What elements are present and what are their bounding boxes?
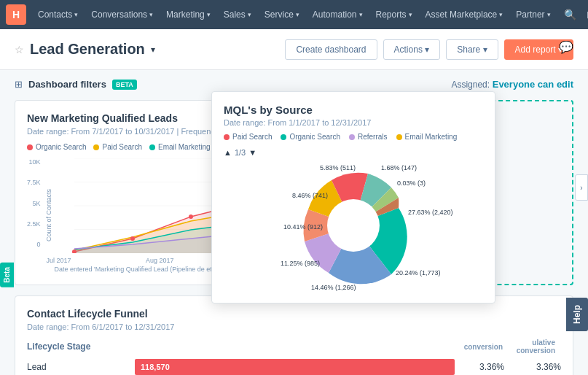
assigned-label: Assigned:	[451, 80, 490, 90]
nav-asset-marketplace-label: Asset Marketplace	[426, 9, 498, 20]
nav-marketing-label: Marketing	[166, 9, 205, 20]
nav-partner-label: Partner	[516, 9, 544, 20]
x-tick-aug: Aug 2017	[146, 257, 174, 264]
pie-label-1: 27.63% (2,420)	[408, 209, 453, 216]
dashboard-filters-bar: ⊞ Dashboard filters BETA Assigned: Every…	[15, 79, 573, 90]
nav-contacts-label: Contacts	[38, 9, 72, 20]
beta-side-tab[interactable]: Beta	[0, 263, 14, 287]
actions-button[interactable]: Actions ▾	[383, 39, 441, 60]
mql-legend-referrals-label: Referrals	[358, 133, 388, 141]
funnel-label-lead: Lead	[27, 362, 129, 372]
pie-label-4: 11.25% (985)	[281, 260, 320, 267]
pie-label-8: 1.68% (147)	[381, 164, 417, 171]
mql-legend-organic-search-label: Organic Search	[289, 133, 340, 141]
header-actions: Create dashboard Actions ▾ Share ▾ Add r…	[285, 39, 573, 60]
right-panel-arrow[interactable]: ›	[575, 174, 588, 201]
legend-organic-search-dot	[27, 144, 33, 150]
nav-partner[interactable]: Partner ▾	[510, 7, 556, 23]
mql-popup-legend: Paid Search Organic Search Referrals Ema…	[224, 133, 483, 141]
legend-organic-search-label: Organic Search	[36, 143, 86, 151]
y-axis: 10K 7.5K 5K 2.5K 0	[27, 158, 44, 264]
share-button[interactable]: Share ▾	[446, 39, 498, 60]
filter-grid-icon[interactable]: ⊞	[15, 79, 23, 90]
lifecycle-stage-header: Lifecycle Stage	[27, 341, 144, 352]
title-dropdown-icon[interactable]: ▾	[151, 45, 155, 55]
funnel-card: Contact Lifecycle Funnel Date range: Fro…	[15, 295, 573, 375]
mql-legend-referrals-dot	[349, 134, 355, 140]
pie-label-2: 20.24% (1,773)	[396, 269, 441, 277]
nav-reports-chevron: ▾	[409, 11, 412, 18]
nav-reports-label: Reports	[376, 9, 407, 20]
mql-page: 1/3	[235, 148, 246, 157]
help-button[interactable]: Help	[566, 298, 588, 331]
y-tick-0: 0	[37, 241, 41, 248]
nav-marketing[interactable]: Marketing ▾	[160, 7, 216, 23]
nav-reports[interactable]: Reports ▾	[370, 7, 418, 23]
header-title-area: ☆ Lead Generation ▾	[15, 41, 278, 58]
create-dashboard-button[interactable]: Create dashboard	[285, 39, 377, 60]
pie-label-6: 8.46% (741)	[292, 192, 328, 199]
funnel-bar-lead: 118,570	[135, 359, 455, 375]
svg-point-7	[189, 214, 193, 219]
cumulative-conversion-header: ulativeconversion	[503, 339, 561, 355]
nav-service[interactable]: Service ▾	[259, 7, 305, 23]
page-title: Lead Generation	[30, 41, 145, 58]
pie-label-9: 0.03% (3)	[397, 179, 426, 187]
nav-automation-label: Automation	[313, 9, 357, 20]
comment-icon[interactable]: 💬	[559, 40, 573, 54]
funnel-bar-lead-container: 118,570	[135, 359, 455, 375]
funnel-row-lead: Lead 118,570 3.36% 3.36%	[27, 359, 561, 375]
mql-popup-title: MQL's by Source	[224, 104, 483, 116]
filters-left: ⊞ Dashboard filters BETA	[15, 79, 137, 90]
nav-automation[interactable]: Automation ▾	[307, 7, 369, 23]
nav-service-label: Service	[264, 9, 294, 20]
mql-legend-paid-search: Paid Search	[224, 133, 272, 141]
y-tick-7k5: 7.5K	[27, 179, 41, 186]
legend-email-marketing-label: Email Marketing	[158, 143, 211, 151]
beta-badge: BETA	[112, 80, 137, 90]
nav-asset-marketplace[interactable]: Asset Marketplace ▾	[420, 7, 509, 23]
funnel-cumulative-lead: 3.36%	[510, 362, 561, 372]
nav-conversations[interactable]: Conversations ▾	[85, 7, 159, 23]
nav-partner-chevron: ▾	[547, 11, 551, 18]
mql-popup-subtitle: Date range: From 1/1/2017 to 12/31/2017	[224, 118, 483, 127]
legend-organic-search: Organic Search	[27, 143, 86, 151]
mql-legend-email-dot	[396, 134, 402, 140]
funnel-subtitle: Date range: From 6/1/2017 to 12/31/2017	[27, 322, 561, 331]
mql-legend-paid-search-dot	[224, 134, 230, 140]
nav-sales-chevron: ▾	[248, 11, 251, 18]
assigned-value[interactable]: Everyone can edit	[493, 79, 573, 90]
nav-service-chevron: ▾	[296, 11, 299, 18]
hubspot-logo[interactable]: H	[6, 4, 26, 25]
mql-down-icon: ▼	[248, 148, 256, 157]
nav-asset-marketplace-chevron: ▾	[499, 11, 503, 18]
conversion-header: conversion	[459, 343, 503, 351]
mql-legend-organic-search-dot	[281, 134, 286, 140]
y-tick-5k: 5K	[33, 200, 41, 207]
mql-pagination: ▲ 1/3 ▼	[224, 148, 483, 157]
logo-text: H	[12, 9, 20, 20]
favorite-star-icon[interactable]: ☆	[15, 44, 24, 55]
pie-label-3: 14.46% (1,266)	[311, 284, 356, 291]
nav-conversations-label: Conversations	[91, 9, 147, 20]
legend-email-marketing: Email Marketing	[149, 143, 211, 151]
header-bar: ☆ Lead Generation ▾ Create dashboard Act…	[0, 29, 588, 70]
mql-up-icon: ▲	[224, 148, 232, 157]
nav-automation-chevron: ▾	[359, 11, 363, 18]
mql-legend-paid-search-label: Paid Search	[232, 133, 272, 141]
mql-popup: MQL's by Source Date range: From 1/1/201…	[211, 91, 495, 304]
legend-email-marketing-dot	[149, 144, 155, 150]
pie-label-5: 10.41% (912)	[283, 223, 323, 231]
nav-sales[interactable]: Sales ▾	[218, 7, 257, 23]
pie-chart-container: 27.63% (2,420) 20.24% (1,773) 14.46% (1,…	[224, 160, 483, 291]
funnel-title: Contact Lifecycle Funnel	[27, 308, 561, 320]
nav-sales-label: Sales	[224, 9, 246, 20]
grid-icon[interactable]: ⊞	[582, 6, 588, 23]
nav-contacts[interactable]: Contacts ▾	[32, 7, 84, 23]
y-tick-2k5: 2.5K	[27, 220, 41, 228]
filters-label: Dashboard filters	[28, 79, 106, 90]
legend-paid-search-label: Paid Search	[102, 143, 141, 151]
legend-paid-search-dot	[93, 144, 99, 150]
y-tick-10k: 10K	[29, 158, 41, 166]
search-icon[interactable]: 🔍	[560, 6, 581, 23]
